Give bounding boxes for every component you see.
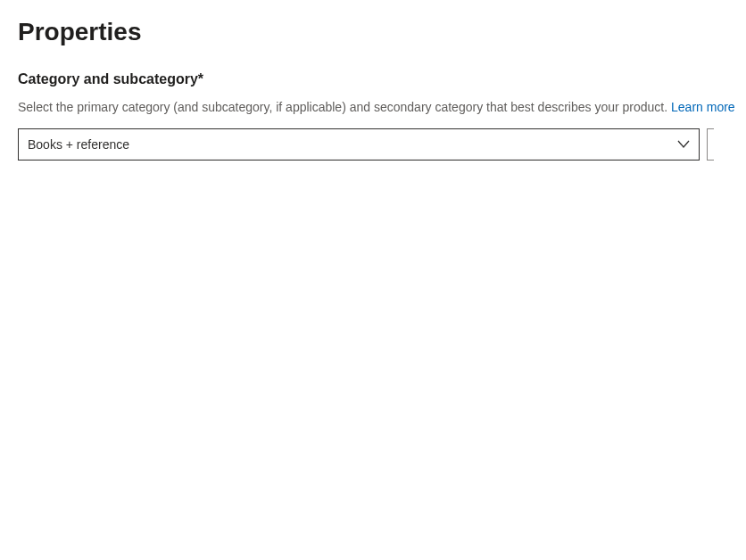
secondary-select-stub[interactable] bbox=[707, 128, 714, 161]
category-select-value: Books + reference bbox=[28, 137, 129, 152]
category-select[interactable]: Books + reference bbox=[18, 128, 700, 161]
chevron-down-icon bbox=[677, 140, 690, 149]
category-field-row: Books + reference Books + referenceBusin… bbox=[18, 128, 746, 161]
hint-text-body: Select the primary category (and subcate… bbox=[18, 100, 671, 114]
hint-text: Select the primary category (and subcate… bbox=[18, 100, 746, 114]
category-select-wrap: Books + reference Books + referenceBusin… bbox=[18, 128, 700, 161]
page-title: Properties bbox=[18, 18, 746, 46]
learn-more-link[interactable]: Learn more bbox=[671, 100, 735, 114]
section-heading: Category and subcategory* bbox=[18, 71, 746, 87]
